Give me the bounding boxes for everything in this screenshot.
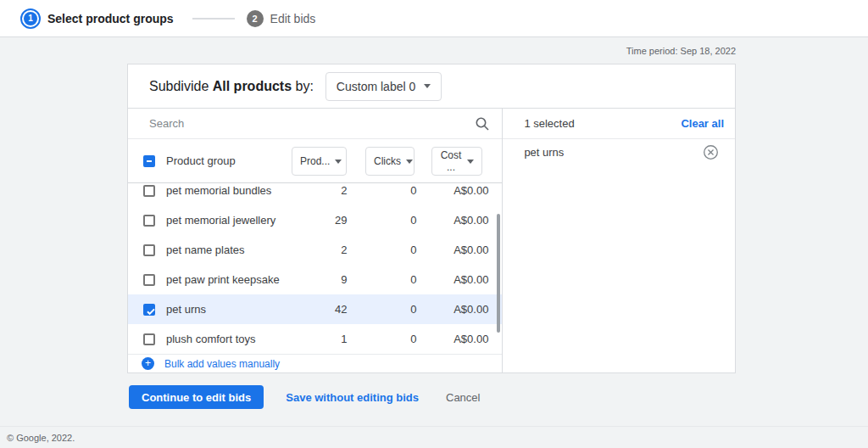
row-col2-value: 0: [357, 184, 416, 197]
row-cost-value: A$0.00: [429, 184, 488, 197]
subdivide-header: Subdivide All products by: Custom label …: [128, 64, 735, 109]
selection-panel: 1 selected Clear all pet urns: [503, 109, 735, 373]
column-dropdown-clicks[interactable]: Clicks: [365, 147, 415, 176]
subdivide-dropdown-value: Custom label 0: [337, 80, 415, 93]
row-clicks-value: 29: [287, 214, 347, 227]
row-checkbox[interactable]: [143, 185, 155, 197]
checkmark-icon: [145, 305, 157, 317]
chevron-down-icon: [406, 160, 413, 164]
chevron-down-icon: [335, 160, 342, 164]
column-dropdown-product-label: Prod...: [300, 155, 330, 167]
bulk-add-label: Bulk add values manually: [164, 358, 280, 370]
row-cost-value: A$0.00: [429, 303, 488, 316]
remove-selection-icon[interactable]: [703, 144, 719, 160]
table-row[interactable]: pet urns 42 0 A$0.00: [128, 294, 502, 324]
subdivide-text: Subdivide All products by:: [149, 79, 314, 94]
row-label: pet name plates: [166, 244, 245, 256]
row-label: pet memorial bundles: [166, 184, 271, 197]
row-checkbox[interactable]: [143, 304, 155, 316]
subdivide-suffix: by:: [292, 79, 314, 93]
footer: © Google, 2022.: [0, 426, 868, 443]
column-dropdown-cost-label: Cost ...: [440, 149, 462, 173]
table-row[interactable]: pet name plates 2 0 A$0.00: [128, 235, 502, 265]
row-checkbox[interactable]: [143, 244, 155, 256]
row-cost-value: A$0.00: [429, 214, 488, 227]
copyright-label: © Google, 2022.: [7, 433, 75, 443]
row-clicks-value: 2: [287, 184, 347, 197]
table-row[interactable]: pet memorial bundles 2 0 A$0.00: [128, 183, 502, 205]
step-2-circle: 2: [247, 10, 264, 27]
row-col2-value: 0: [357, 214, 416, 227]
step-1-circle: 1: [24, 12, 37, 25]
table-row[interactable]: plush comfort toys 1 0 A$0.00: [128, 324, 502, 354]
row-clicks-value: 1: [287, 333, 347, 345]
cancel-link[interactable]: Cancel: [446, 391, 480, 404]
scrollbar[interactable]: [497, 214, 500, 333]
time-period-label: Time period: Sep 18, 2022: [626, 46, 736, 56]
selected-item-label: pet urns: [524, 146, 564, 159]
row-col2-value: 0: [357, 273, 416, 286]
row-checkbox[interactable]: [143, 215, 155, 227]
selected-item: pet urns: [503, 139, 735, 165]
row-cost-value: A$0.00: [429, 244, 488, 256]
step-2-label: Edit bids: [270, 12, 316, 25]
step-select-product-groups[interactable]: 1 Select product groups: [20, 8, 174, 29]
column-dropdown-cost[interactable]: Cost ...: [431, 147, 482, 176]
row-col2-value: 0: [357, 303, 416, 316]
step-1-label: Select product groups: [47, 12, 174, 25]
search-icon[interactable]: [475, 116, 490, 132]
row-label: pet paw print keepsake: [166, 273, 280, 286]
table-row[interactable]: pet paw print keepsake 9 0 A$0.00: [128, 265, 502, 294]
bulk-add-button[interactable]: + Bulk add values manually: [128, 354, 502, 372]
row-checkbox[interactable]: [143, 274, 155, 286]
selection-header: 1 selected Clear all: [503, 109, 735, 139]
product-group-panel: Product group Prod... Clicks Cost ...: [128, 109, 503, 373]
chevron-down-icon: [424, 84, 431, 88]
action-bar: Continue to edit bids Save without editi…: [129, 385, 480, 409]
plus-icon: +: [142, 357, 154, 370]
row-cost-value: A$0.00: [429, 273, 488, 286]
column-dropdown-clicks-label: Clicks: [374, 155, 401, 167]
product-group-list: pet memorial bundles 2 0 A$0.00 pet memo…: [128, 183, 502, 354]
search-bar: [128, 109, 502, 139]
row-label: plush comfort toys: [166, 333, 256, 345]
product-group-column-label: Product group: [166, 154, 236, 167]
subdivide-dropdown[interactable]: Custom label 0: [326, 72, 442, 101]
clear-all-link[interactable]: Clear all: [681, 117, 724, 130]
subdivide-prefix: Subdivide: [149, 79, 213, 93]
search-input[interactable]: [149, 117, 475, 130]
row-cost-value: A$0.00: [429, 333, 488, 345]
row-clicks-value: 42: [287, 303, 347, 316]
selected-count-label: 1 selected: [524, 117, 574, 130]
row-clicks-value: 9: [287, 273, 347, 286]
subdivide-card: Subdivide All products by: Custom label …: [127, 64, 736, 373]
table-row[interactable]: pet memorial jewellery 29 0 A$0.00: [128, 205, 502, 235]
step-1-ring: 1: [20, 8, 41, 29]
save-without-editing-link[interactable]: Save without editing bids: [286, 391, 419, 404]
column-dropdown-product[interactable]: Prod...: [292, 147, 347, 176]
step-edit-bids[interactable]: 2 Edit bids: [247, 10, 316, 27]
row-label: pet urns: [166, 303, 206, 316]
stepper-bar: 1 Select product groups 2 Edit bids: [0, 0, 868, 37]
step-connector: [192, 18, 235, 20]
chevron-down-icon: [467, 160, 474, 164]
row-col2-value: 0: [357, 244, 416, 256]
table-header: Product group Prod... Clicks Cost ...: [128, 139, 502, 183]
subdivide-subject: All products: [213, 79, 292, 93]
select-all-checkbox[interactable]: [143, 155, 155, 167]
row-clicks-value: 2: [287, 244, 347, 256]
row-checkbox[interactable]: [143, 333, 155, 345]
row-label: pet memorial jewellery: [166, 214, 275, 227]
row-col2-value: 0: [357, 333, 416, 345]
continue-to-edit-bids-button[interactable]: Continue to edit bids: [129, 385, 264, 409]
